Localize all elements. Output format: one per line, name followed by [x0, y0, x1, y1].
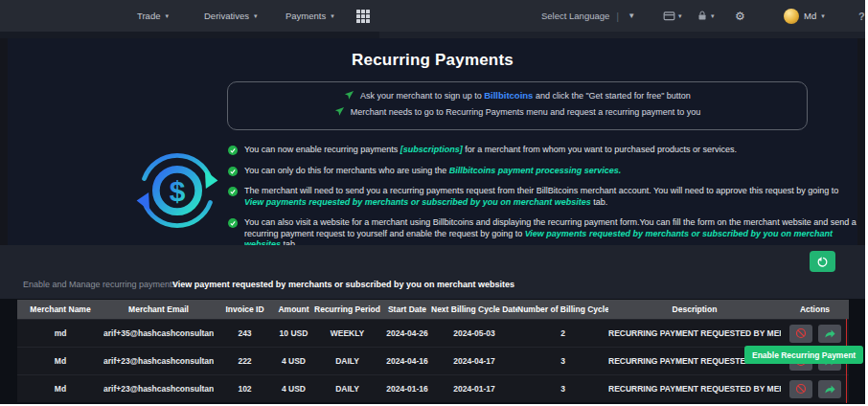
app-window: Trade ▾ Derivatives ▾ Payments ▾ Select … — [0, 0, 865, 404]
cell-billing-cycles: 3 — [517, 384, 608, 394]
apps-grid-icon[interactable] — [356, 10, 370, 23]
nav-payments-label: Payments — [286, 11, 326, 21]
wallet-menu-button[interactable]: ▾ — [663, 0, 682, 32]
chevron-down-icon: ▾ — [254, 12, 258, 20]
column-header: Amount — [276, 304, 311, 314]
cell-actions — [781, 380, 849, 398]
column-header: Actions — [781, 304, 849, 314]
help-icon[interactable]: ? — [858, 0, 865, 32]
cell-invoice-id: 243 — [214, 328, 276, 338]
user-menu[interactable]: Md ▾ — [784, 0, 825, 32]
reject-payment-button[interactable] — [789, 380, 812, 398]
select-language-label: Select Language — [541, 11, 609, 21]
cell-merchant-email: arif+35@hashcashconsultants.com — [103, 328, 214, 338]
cell-start-date: 2024-04-26 — [383, 328, 431, 338]
cell-amount: 10 USD — [276, 328, 311, 338]
bullet-text: You can now enable recurring payments [s… — [244, 145, 737, 156]
payments-table-section: Merchant Name Merchant Email Invoice ID … — [0, 299, 865, 404]
language-selector[interactable]: Select Language | ▼ — [541, 0, 635, 32]
nav-menu-derivatives[interactable]: Derivatives ▾ — [204, 0, 258, 32]
cell-billing-cycles: 2 — [517, 328, 608, 338]
instruction-line: Merchant needs to go to Recurring Paymen… — [228, 106, 807, 117]
cell-merchant-name: md — [17, 328, 103, 338]
enable-recurring-payment-tooltip: Enable Recurring Payment — [744, 346, 863, 364]
instruction-line: Ask your merchant to sign up to Billbitc… — [228, 90, 807, 101]
instruction-text: Ask your merchant to sign up to Billbitc… — [360, 90, 691, 101]
chevron-down-icon: ▾ — [331, 12, 334, 20]
lock-icon — [697, 10, 708, 22]
check-circle-icon — [228, 146, 238, 155]
gold-coin-avatar — [784, 9, 799, 24]
recurring-dollar-cycle-icon: $ — [126, 140, 228, 241]
column-header: Merchant Name — [17, 304, 103, 314]
list-item: You can only do this for merchants who a… — [228, 166, 860, 177]
cell-next-billing-date: 2024-05-03 — [431, 328, 517, 338]
divider: | — [616, 11, 619, 22]
table-row: Md arif+23@hashcashconsultants.com 222 4… — [17, 347, 849, 374]
column-header: Next Billing Cycle Date — [431, 304, 517, 314]
table-row: Md arif+23@hashcashconsultants.com 102 4… — [17, 374, 849, 402]
cell-merchant-name: Md — [17, 356, 103, 366]
column-header: Description — [608, 304, 781, 314]
column-header: Invoice ID — [214, 304, 276, 314]
reject-payment-button[interactable] — [789, 325, 812, 343]
cell-next-billing-date: 2024-01-17 — [431, 384, 517, 394]
cell-merchant-email: arif+23@hashcashconsultants.com — [103, 384, 214, 394]
nav-derivatives-label: Derivatives — [204, 11, 249, 21]
feature-bullet-list: You can now enable recurring payments [s… — [228, 145, 860, 260]
enable-payment-button[interactable] — [818, 325, 841, 343]
chevron-down-icon: ▼ — [628, 11, 635, 20]
cell-recurring-period: DAILY — [311, 384, 383, 394]
enable-payment-button[interactable] — [818, 380, 841, 398]
wallet-icon — [663, 10, 675, 22]
billbitcoins-link[interactable]: Billbitcoins — [484, 90, 533, 101]
refresh-icon — [816, 256, 829, 268]
forward-arrow-icon — [823, 327, 835, 340]
cell-description: RECURRING PAYMENT REQUESTED BY MERCHANT — [608, 328, 781, 338]
instructions-box: Ask your merchant to sign up to Billbitc… — [227, 81, 808, 130]
chevron-down-icon: ▾ — [821, 12, 825, 20]
table-row: md arif+35@hashcashconsultants.com 243 1… — [17, 319, 849, 347]
nav-trade-label: Trade — [137, 11, 160, 21]
cell-actions — [781, 325, 849, 343]
toolbar-band: Enable and Manage recurring payments Vie… — [0, 245, 865, 299]
refresh-button[interactable] — [810, 251, 835, 272]
cell-invoice-id: 222 — [214, 356, 276, 366]
page-title: Recurring Payments — [8, 51, 857, 70]
cell-amount: 4 USD — [276, 384, 311, 394]
cell-invoice-id: 102 — [214, 384, 276, 394]
payments-table: Merchant Name Merchant Email Invoice ID … — [17, 300, 849, 402]
chevron-down-icon: ▾ — [165, 12, 169, 20]
tab-enable-manage[interactable]: Enable and Manage recurring payments — [23, 280, 176, 289]
subnav-strip-shadow — [0, 32, 379, 38]
chevron-down-icon: ▾ — [678, 12, 682, 20]
block-icon — [795, 327, 807, 339]
lock-menu-button[interactable]: ▾ — [697, 0, 715, 32]
forward-arrow-icon — [823, 383, 835, 395]
settings-gear-icon[interactable]: ⚙ — [735, 0, 745, 32]
recurring-payments-panel: Recurring Payments Ask your merchant to … — [8, 38, 857, 245]
list-item: The merchant will need to send you a rec… — [228, 186, 860, 208]
check-circle-icon — [228, 187, 238, 196]
list-item: You can now enable recurring payments [s… — [228, 145, 860, 156]
table-header-row: Merchant Name Merchant Email Invoice ID … — [17, 300, 849, 319]
nav-menu-payments[interactable]: Payments ▾ — [286, 0, 334, 32]
bullet-text: You can only do this for merchants who a… — [244, 166, 621, 177]
cell-merchant-email: arif+23@hashcashconsultants.com — [103, 356, 214, 366]
cell-merchant-name: Md — [17, 384, 103, 394]
top-navbar: Trade ▾ Derivatives ▾ Payments ▾ Select … — [0, 0, 865, 32]
column-header: Merchant Email — [103, 304, 214, 314]
chevron-down-icon: ▾ — [711, 12, 715, 20]
send-plane-icon — [344, 90, 354, 101]
tab-view-requested[interactable]: View payment requested by merchants or s… — [172, 280, 514, 289]
send-plane-icon — [334, 106, 345, 117]
column-header: Recurring Period — [311, 304, 383, 314]
svg-text:$: $ — [170, 175, 186, 207]
cell-start-date: 2024-04-16 — [383, 356, 431, 366]
cell-recurring-period: DAILY — [311, 356, 383, 366]
bullet-text: The merchant will need to send you a rec… — [244, 186, 860, 208]
check-circle-icon — [228, 167, 238, 176]
cell-description: RECURRING PAYMENT REQUESTED BY MERCHANT — [608, 384, 781, 394]
nav-menu-trade[interactable]: Trade ▾ — [137, 0, 169, 32]
cell-amount: 4 USD — [276, 356, 311, 366]
